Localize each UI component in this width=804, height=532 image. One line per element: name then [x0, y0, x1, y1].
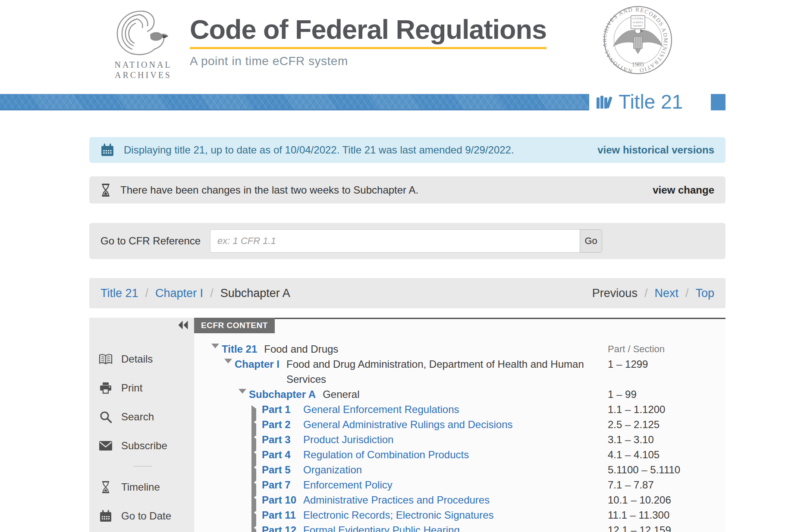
tree-node-title[interactable]: Product Jurisdiction	[303, 432, 393, 447]
seal-year: 1985	[632, 61, 644, 68]
sidebar-item-label: Details	[121, 353, 153, 365]
ecfr-content-panel: ECFR CONTENT Title 21Food and DrugsPart …	[194, 318, 725, 532]
expand-arrow-icon[interactable]	[251, 482, 258, 498]
breadcrumb-item-separator: /	[210, 287, 214, 300]
ecfr-content-tab: ECFR CONTENT	[194, 318, 275, 333]
calendar-icon	[99, 510, 113, 523]
page-nav: Previous/Next/Top	[592, 287, 714, 300]
search-icon	[99, 410, 113, 423]
breadcrumb-bar: Title 21/Chapter I/Subchapter A Previous…	[89, 278, 725, 308]
view-historical-versions-link[interactable]: view historical versions	[597, 144, 714, 156]
part-section-range: 1.1 – 1.1200	[608, 402, 725, 417]
collapse-arrow-icon[interactable]	[211, 347, 218, 362]
svg-text:LITTERA: LITTERA	[632, 17, 644, 20]
expand-arrow-icon[interactable]	[251, 498, 258, 513]
part-section-range: 3.1 – 3.10	[608, 432, 725, 447]
gold-underline	[190, 47, 546, 49]
tree-node-label[interactable]: Part 11	[262, 507, 303, 523]
cfr-reference-input[interactable]	[210, 229, 580, 253]
changes-notice: There have been changes in the last two …	[89, 176, 725, 203]
expand-arrow-icon[interactable]	[251, 437, 258, 452]
tree-node-title[interactable]: General Administrative Rulings and Decis…	[303, 417, 513, 432]
tree-node-label[interactable]: Title 21	[222, 341, 257, 357]
sidebar-item-timeline[interactable]: Timeline	[89, 473, 194, 501]
tree-node-label[interactable]: Part 5	[262, 462, 303, 477]
calendar-icon	[100, 143, 114, 157]
expand-arrow-icon[interactable]	[251, 407, 258, 422]
part-section-range: 5.1100 – 5.1110	[608, 462, 725, 477]
part-section-range: 1 – 99	[608, 387, 725, 402]
changes-notice-text: There have been changes in the last two …	[120, 184, 418, 196]
sidebar-item-details[interactable]: Details	[89, 344, 194, 373]
expand-arrow-icon[interactable]	[251, 528, 258, 532]
collapse-sidebar-icon[interactable]	[178, 320, 189, 332]
logo-line-1: NATIONAL	[108, 59, 179, 70]
expand-arrow-icon[interactable]	[251, 467, 258, 482]
breadcrumb-item-chapter-i[interactable]: Chapter I	[155, 287, 203, 300]
open-book-icon	[99, 353, 113, 365]
part-section-range: Part / Section	[608, 341, 725, 357]
tree-node-label[interactable]: Part 12	[262, 523, 303, 532]
national-archives-logo[interactable]: NATIONAL ARCHIVES	[108, 9, 179, 80]
tree-row-left: Title 21Food and Drugs	[203, 341, 608, 357]
tree-row-left: Part 11Electronic Records; Electronic Si…	[203, 507, 608, 523]
tree-node-label[interactable]: Subchapter A	[249, 387, 316, 402]
tree-node-label[interactable]: Part 7	[262, 477, 303, 492]
sidebar-divider	[133, 466, 152, 466]
sidebar-item-go-to-date[interactable]: Go to Date	[89, 501, 194, 530]
svg-text:MANET: MANET	[633, 25, 643, 27]
part-section-range: 12.1 – 12.159	[608, 523, 725, 532]
sidebar-item-label: Go to Date	[121, 510, 171, 522]
part-section-range: 7.1 – 7.87	[608, 477, 725, 492]
tree-node-label[interactable]: Part 2	[262, 417, 303, 432]
tree-node-title[interactable]: Administrative Practices and Procedures	[303, 492, 490, 507]
tree-node-title: General	[323, 387, 359, 402]
logo-line-2: ARCHIVES	[108, 70, 179, 80]
page-nav-separator: /	[644, 287, 648, 300]
page-nav-next[interactable]: Next	[654, 287, 678, 300]
expand-arrow-icon[interactable]	[251, 513, 258, 528]
sidebar-item-subscribe[interactable]: Subscribe	[89, 431, 194, 460]
table-row: Part 3Product Jurisdiction3.1 – 3.10	[203, 432, 725, 447]
tree-node-label[interactable]: Chapter I	[235, 357, 280, 372]
envelope-icon	[99, 441, 113, 451]
content-tree: Title 21Food and DrugsPart / SectionChap…	[194, 341, 725, 532]
nara-seal: NATIONAL ARCHIVES AND RECORDS ADMINISTRA…	[603, 5, 673, 75]
sidebar-item-label: Search	[121, 411, 154, 423]
banner-stripe	[0, 94, 589, 110]
tree-node-label[interactable]: Part 4	[262, 447, 303, 462]
collapse-arrow-icon[interactable]	[224, 362, 231, 377]
tree-node-title[interactable]: Organization	[303, 462, 362, 477]
cfr-reference-label: Go to CFR Reference	[100, 235, 201, 247]
sidebar-item-print[interactable]: Print	[89, 373, 194, 402]
view-change-link[interactable]: view change	[653, 184, 714, 196]
tree-row-left: Subchapter AGeneral	[203, 387, 608, 402]
table-row: Part 5Organization5.1100 – 5.1110	[203, 462, 725, 477]
sidebar-item-label: Print	[121, 382, 142, 394]
breadcrumb-item-separator: /	[145, 287, 149, 300]
content-region: DetailsPrintSearchSubscribeTimelineGo to…	[89, 318, 725, 532]
go-button[interactable]: Go	[580, 229, 602, 253]
expand-arrow-icon[interactable]	[251, 422, 258, 437]
banner-endcap	[711, 94, 725, 110]
page-nav-top[interactable]: Top	[695, 287, 714, 300]
tree-row-left: Part 1General Enforcement Regulations	[203, 402, 608, 417]
tree-node-label[interactable]: Part 10	[262, 492, 303, 507]
tree-node-label[interactable]: Part 3	[262, 432, 303, 447]
breadcrumb-item-title-21[interactable]: Title 21	[100, 287, 138, 300]
tree-node-title[interactable]: General Enforcement Regulations	[303, 402, 459, 417]
part-section-range: 4.1 – 4.105	[608, 447, 725, 462]
collapse-arrow-icon[interactable]	[239, 392, 245, 407]
tree-node-title[interactable]: Regulation of Combination Products	[303, 447, 469, 462]
tree-node-label[interactable]: Part 1	[262, 402, 303, 417]
tree-row-left: Part 2General Administrative Rulings and…	[203, 417, 608, 432]
tree-node-title[interactable]: Formal Evidentiary Public Hearing	[303, 523, 460, 532]
tree-node-title[interactable]: Electronic Records; Electronic Signature…	[303, 507, 494, 523]
site-title-block: Code of Federal Regulations A point in t…	[190, 15, 546, 68]
date-notice-text: Displaying title 21, up to date as of 10…	[124, 144, 514, 156]
expand-arrow-icon[interactable]	[251, 452, 258, 467]
table-row: Subchapter AGeneral1 – 99	[203, 387, 725, 402]
sidebar-item-search[interactable]: Search	[89, 402, 194, 431]
table-row: Part 1General Enforcement Regulations1.1…	[203, 402, 725, 417]
tree-node-title[interactable]: Enforcement Policy	[303, 477, 393, 492]
